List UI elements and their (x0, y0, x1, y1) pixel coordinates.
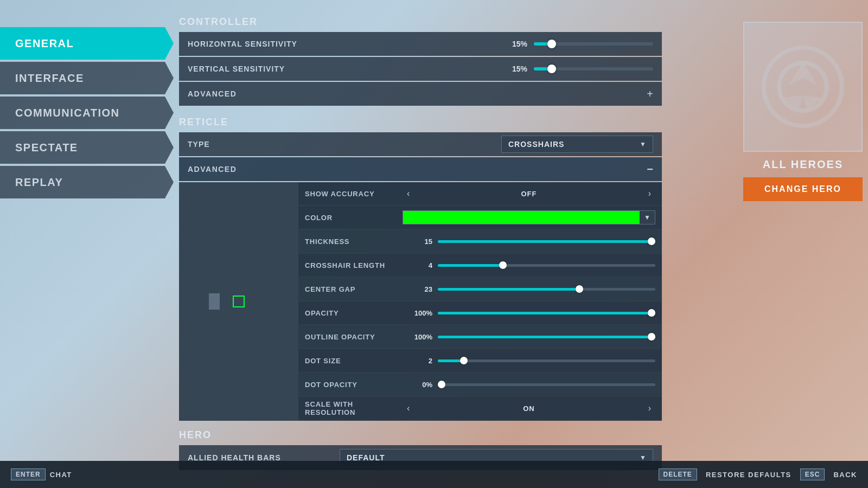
advanced-panel: SHOW ACCURACY ‹ OFF › COLOR ▼ (179, 182, 662, 421)
show-accuracy-row: SHOW ACCURACY ‹ OFF › (298, 182, 662, 205)
thickness-slider[interactable] (438, 240, 655, 243)
dot-opacity-value: 0% (403, 381, 432, 389)
dot-opacity-label: DOT OPACITY (305, 381, 403, 389)
hero-name: ALL HEROES (763, 158, 844, 171)
outline-opacity-value: 100% (403, 333, 432, 341)
restore-defaults-label[interactable]: RESTORE DEFAULTS (706, 471, 792, 479)
color-fill (403, 211, 640, 224)
opacity-slider[interactable] (438, 312, 655, 314)
hero-portrait (743, 22, 863, 152)
vertical-value: 15% (495, 65, 527, 73)
vertical-sensitivity-row: VERTICAL SENSITIVITY 15% (179, 57, 662, 81)
center-gap-row: CENTER GAP 23 (298, 278, 662, 300)
bottom-left: ENTER CHAT (11, 468, 72, 480)
sidebar-item-general[interactable]: GENERAL (0, 27, 174, 60)
prev-arrow-icon[interactable]: ‹ (403, 187, 414, 201)
main-content: CONTROLLER HORIZONTAL SENSITIVITY 15% VE… (179, 0, 662, 488)
sidebar: GENERAL INTERFACE COMMUNICATION SPECTATE… (0, 0, 174, 488)
crosshair-preview (222, 285, 255, 318)
sidebar-item-spectate[interactable]: SPECTATE (0, 131, 174, 164)
vertical-label: VERTICAL SENSITIVITY (188, 65, 495, 73)
scale-control[interactable]: ‹ ON › (403, 401, 655, 415)
bottom-right: DELETE RESTORE DEFAULTS ESC BACK (659, 468, 857, 480)
enter-key-badge: ENTER (11, 468, 46, 480)
sidebar-item-label: GENERAL (15, 37, 74, 50)
controller-section: CONTROLLER HORIZONTAL SENSITIVITY 15% VE… (179, 16, 662, 106)
type-dropdown-value: CROSSHAIRS (508, 140, 640, 149)
settings-panel: SHOW ACCURACY ‹ OFF › COLOR ▼ (298, 182, 662, 421)
color-row: COLOR ▼ (298, 206, 662, 229)
scale-value: ON (418, 404, 639, 413)
expand-icon: + (647, 88, 653, 100)
crosshair-box (233, 296, 245, 307)
dot-size-row: DOT SIZE 2 (298, 349, 662, 372)
controller-advanced-row[interactable]: ADVANCED + (179, 82, 662, 106)
sidebar-item-interface[interactable]: INTERFACE (0, 62, 174, 94)
reticle-advanced-label: ADVANCED (188, 165, 647, 174)
sidebar-item-label: SPECTATE (15, 142, 78, 154)
thickness-value: 15 (403, 237, 432, 246)
color-dropdown[interactable]: ▼ (403, 210, 655, 224)
crosshair-length-label: CROSSHAIR LENGTH (305, 261, 403, 269)
back-label[interactable]: BACK (833, 471, 857, 479)
next-arrow-icon[interactable]: › (644, 187, 655, 201)
change-hero-button[interactable]: CHANGE HERO (743, 177, 863, 201)
dropdown-arrow-icon: ▼ (640, 140, 646, 148)
opacity-row: OPACITY 100% (298, 301, 662, 324)
reticle-advanced-row[interactable]: ADVANCED − (179, 157, 662, 181)
scale-label: SCALE WITH RESOLUTION (305, 400, 403, 416)
delete-key-badge: DELETE (659, 468, 697, 480)
esc-key-badge: ESC (800, 468, 825, 480)
dot-size-slider[interactable] (438, 359, 655, 362)
dot-size-value: 2 (403, 357, 432, 365)
allied-dropdown-arrow: ▼ (640, 454, 646, 461)
sidebar-item-label: INTERFACE (15, 72, 84, 85)
center-gap-label: CENTER GAP (305, 285, 403, 293)
outline-opacity-label: OUTLINE OPACITY (305, 333, 403, 341)
vertical-slider[interactable] (534, 67, 653, 70)
controller-title: CONTROLLER (179, 16, 662, 28)
opacity-label: OPACITY (305, 309, 403, 317)
color-label: COLOR (305, 214, 403, 222)
scale-prev-icon[interactable]: ‹ (403, 401, 414, 415)
overwatch-logo (760, 43, 846, 130)
horizontal-sensitivity-row: HORIZONTAL SENSITIVITY 15% (179, 32, 662, 56)
bottom-bar: ENTER CHAT DELETE RESTORE DEFAULTS ESC B… (0, 461, 868, 488)
horizontal-value: 15% (495, 40, 527, 48)
opacity-value: 100% (403, 309, 432, 317)
right-panel: ALL HEROES CHANGE HERO (738, 0, 868, 488)
scale-next-icon[interactable]: › (644, 401, 655, 415)
scale-row: SCALE WITH RESOLUTION ‹ ON › (298, 397, 662, 420)
crosshair-length-row: CROSSHAIR LENGTH 4 (298, 254, 662, 277)
horizontal-slider[interactable] (534, 42, 653, 46)
show-accuracy-value: OFF (418, 190, 639, 198)
outline-opacity-row: OUTLINE OPACITY 100% (298, 325, 662, 348)
type-dropdown[interactable]: CROSSHAIRS ▼ (501, 136, 653, 153)
hero-title: HERO (179, 429, 662, 441)
center-gap-value: 23 (403, 285, 432, 293)
thickness-label: THICKNESS (305, 237, 403, 246)
player-silhouette (209, 293, 220, 310)
type-row: TYPE CROSSHAIRS ▼ (179, 132, 662, 156)
collapse-icon: − (647, 163, 653, 176)
horizontal-label: HORIZONTAL SENSITIVITY (188, 40, 495, 48)
svg-point-0 (764, 48, 842, 126)
type-label: TYPE (188, 140, 501, 149)
sidebar-item-label: COMMUNICATION (15, 107, 119, 119)
controller-advanced-label: ADVANCED (188, 89, 647, 98)
show-accuracy-control[interactable]: ‹ OFF › (403, 187, 655, 201)
sidebar-item-communication[interactable]: COMMUNICATION (0, 97, 174, 129)
crosshair-length-value: 4 (403, 261, 432, 269)
dot-size-label: DOT SIZE (305, 357, 403, 365)
reticle-section: RETICLE TYPE CROSSHAIRS ▼ ADVANCED − (179, 117, 662, 421)
center-gap-slider[interactable] (438, 288, 655, 291)
crosshair-preview-area (179, 182, 298, 421)
thickness-row: THICKNESS 15 (298, 230, 662, 253)
dot-opacity-slider[interactable] (438, 383, 655, 386)
sidebar-item-replay[interactable]: REPLAY (0, 166, 174, 198)
chat-label: CHAT (50, 471, 72, 479)
color-dropdown-arrow: ▼ (640, 211, 655, 224)
crosshair-length-slider[interactable] (438, 264, 655, 267)
dot-opacity-row: DOT OPACITY 0% (298, 373, 662, 396)
outline-opacity-slider[interactable] (438, 336, 655, 338)
